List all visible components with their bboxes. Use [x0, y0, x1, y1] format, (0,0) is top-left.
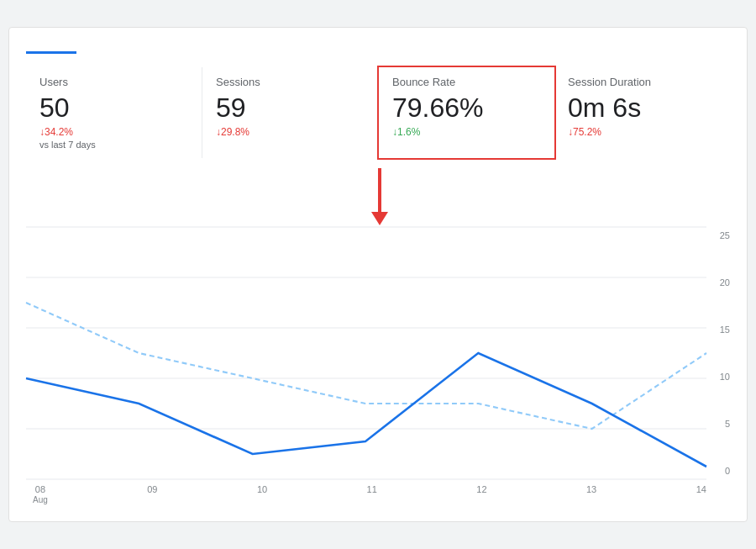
metric-value-session-duration: 0m 6s	[568, 93, 717, 123]
x-label-12: 12	[476, 484, 486, 504]
x-label-08: 08Aug	[33, 484, 48, 504]
aug-label: Aug	[33, 495, 48, 504]
metric-change-sessions: ↓29.8%	[216, 126, 365, 138]
metric-label-session-duration: Session Duration	[568, 76, 717, 88]
metric-value-sessions: 59	[216, 93, 365, 123]
metric-cell-session-duration: Session Duration0m 6s↓75.2%	[554, 67, 730, 158]
metric-change-users: ↓34.2%	[39, 126, 188, 138]
y-label-20: 20	[706, 277, 730, 288]
y-label-15: 15	[706, 325, 730, 335]
metric-change-bounce-rate: ↓1.6%	[392, 126, 541, 138]
metric-label-users: Users	[39, 76, 188, 88]
metric-change-session-duration: ↓75.2%	[568, 126, 717, 138]
metric-label-sessions: Sessions	[216, 76, 365, 88]
metric-value-users: 50	[39, 93, 188, 123]
y-label-10: 10	[706, 372, 730, 382]
x-label-10: 10	[257, 484, 267, 504]
arrow-shaft	[378, 168, 381, 212]
arrow-head	[371, 212, 388, 225]
metric-value-bounce-rate: 79.66%	[392, 93, 541, 123]
chart-container: 25 20 15 10 5 0	[26, 227, 730, 479]
metric-cell-sessions: Sessions59↓29.8%	[202, 67, 379, 158]
chart-area: 25 20 15 10 5 0 08Aug 09 10 11 12 13 14	[26, 168, 730, 504]
x-label-14: 14	[696, 484, 706, 504]
solid-line	[26, 353, 706, 467]
x-label-11: 11	[367, 484, 377, 504]
chart-svg	[26, 227, 706, 479]
y-label-5: 5	[706, 419, 730, 429]
metric-label-bounce-rate: Bounce Rate	[392, 76, 541, 88]
title-underline	[26, 51, 76, 54]
y-label-25: 25	[706, 230, 730, 240]
chart-x-labels: 08Aug 09 10 11 12 13 14	[26, 479, 730, 504]
chart-y-labels: 25 20 15 10 5 0	[706, 227, 730, 479]
x-label-09: 09	[147, 484, 157, 504]
analytics-card: Users50↓34.2%vs last 7 daysSessions59↓29…	[8, 27, 748, 522]
metrics-row: Users50↓34.2%vs last 7 daysSessions59↓29…	[26, 67, 730, 158]
annotation-arrow-container	[26, 168, 730, 227]
metric-cell-users: Users50↓34.2%vs last 7 days	[26, 67, 202, 158]
annotation-arrow	[371, 168, 388, 225]
y-label-0: 0	[706, 466, 730, 476]
metric-sublabel-users: vs last 7 days	[39, 140, 188, 150]
metric-cell-bounce-rate: Bounce Rate79.66%↓1.6%	[377, 66, 556, 160]
x-label-13: 13	[586, 484, 596, 504]
